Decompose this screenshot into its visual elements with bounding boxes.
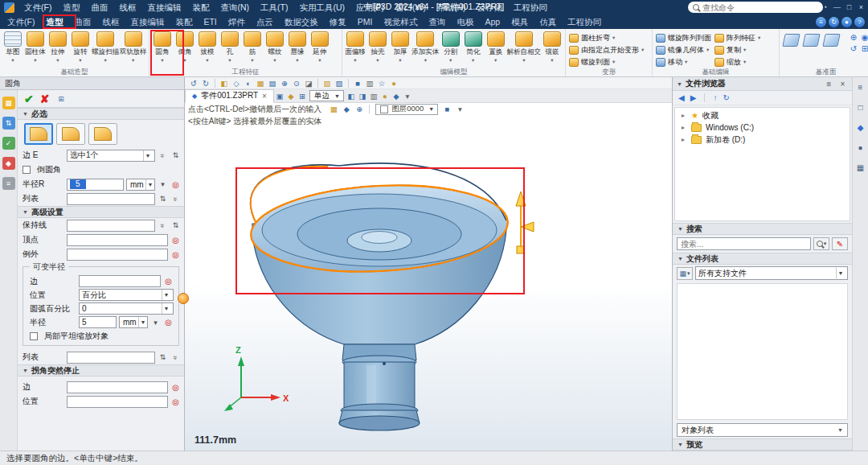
pick-target-icon[interactable]: ◎ (163, 317, 174, 327)
tab-pmi[interactable]: PMI (352, 14, 379, 29)
sketch-button[interactable]: 草图▾ (2, 31, 24, 63)
render-mode-icon[interactable]: ◐ (243, 78, 254, 88)
search-go-button[interactable]: ▾ (813, 237, 829, 250)
pick-target-icon[interactable]: ◎ (170, 382, 181, 393)
user-icon[interactable]: ◔ (820, 2, 830, 13)
radius-input[interactable]: 5 (67, 179, 124, 191)
section-advanced[interactable]: ▼高级设置 (18, 206, 184, 218)
face-offset-button[interactable]: 面偏移▾ (344, 31, 366, 63)
move-button[interactable]: 移动▾ (654, 56, 713, 68)
input-point-icon[interactable]: ◆ (341, 104, 352, 114)
tab-weldment[interactable]: 焊件 (223, 14, 251, 29)
expand-list-icon[interactable]: » (170, 352, 181, 363)
resolve-self-intersect-button[interactable]: 解析自相交▾ (507, 31, 541, 63)
pan-hand-icon[interactable]: ⊕ (848, 32, 859, 43)
sync-icon[interactable]: ↻ (829, 17, 839, 27)
refresh-icon[interactable]: ↻ (723, 93, 729, 102)
section-view-icon[interactable]: ◪ (303, 78, 314, 88)
tab-assembly[interactable]: 装配 (170, 14, 198, 29)
sort-arrows-icon[interactable]: ⇅ (158, 352, 168, 363)
app-logo-icon[interactable] (4, 2, 14, 13)
divide-button[interactable]: 分割▾ (440, 31, 462, 63)
select-lasso-icon[interactable]: ▥ (368, 91, 379, 101)
hole-button[interactable]: 孔▾ (219, 31, 241, 63)
shell-button[interactable]: 抽壳▾ (366, 31, 389, 63)
display-axes-icon[interactable]: ▨ (334, 78, 345, 88)
background-icon[interactable]: ■ (352, 78, 363, 88)
tab-visualize[interactable]: 视觉样式 (378, 14, 423, 29)
spiral-to-face-button[interactable]: 螺旋到面▾ (567, 56, 645, 68)
fillet-button[interactable]: 圆角▾ (151, 31, 174, 63)
copy-button[interactable]: 复制▾ (713, 44, 762, 56)
pick-target-icon[interactable]: ◎ (170, 179, 181, 190)
role-manager-icon[interactable]: ◆ (2, 157, 15, 170)
dock-part-icon[interactable]: ◆ (855, 121, 866, 133)
filter-face-icon[interactable]: ⊞ (297, 91, 308, 101)
vertex-field[interactable] (67, 234, 168, 246)
thicken-button[interactable]: 加厚▾ (389, 31, 411, 63)
fillet-type-face-button[interactable] (88, 123, 117, 145)
expand-chevrons-icon[interactable]: » (158, 150, 168, 161)
view-cube-icon[interactable]: ▦ (255, 78, 266, 88)
fillet-checkbox[interactable] (23, 166, 31, 174)
input-offset-icon[interactable]: ⊕ (354, 104, 365, 114)
simplify-button[interactable]: 简化▾ (462, 31, 485, 63)
section-corner-stop[interactable]: ▼拐角突然停止 (18, 364, 184, 377)
tab-pointcloud[interactable]: 点云 (251, 14, 279, 29)
pattern-feature-button[interactable]: 阵列特征▾ (713, 32, 762, 43)
inlay-button[interactable]: 镶嵌▾ (541, 31, 563, 63)
thread-button[interactable]: 螺纹▾ (264, 31, 286, 63)
wireframe-mode-icon[interactable]: ◇ (231, 78, 242, 88)
swap-arrows-icon[interactable]: ⇅ (170, 220, 181, 231)
layer-options-icon[interactable]: ▾ (454, 104, 465, 114)
filter-shape-icon[interactable]: ◆ (285, 91, 297, 101)
panel-menu-icon[interactable]: ≡ (824, 79, 834, 89)
help-icon[interactable]: ? (854, 17, 865, 27)
loft-button[interactable]: 双轨放样▾ (120, 31, 148, 63)
command-search-input[interactable] (702, 3, 818, 12)
keepline-field[interactable] (67, 220, 155, 232)
menu-file[interactable]: 文件(F) (18, 0, 57, 14)
cloud-drive-icon[interactable]: ≡ (816, 17, 826, 27)
cancel-button[interactable]: ✘ (40, 93, 50, 105)
account-icon[interactable]: ● (841, 17, 852, 27)
file-browser-header[interactable]: ▼ 文件浏览器 ≡ × (673, 77, 852, 91)
tab-heal[interactable]: 修复 (324, 14, 352, 29)
scale-button[interactable]: 缩放▾ (713, 56, 762, 68)
select-box-icon[interactable]: ◨ (357, 91, 368, 101)
revolve-button[interactable]: 旋转▾ (69, 31, 92, 63)
section-preview[interactable]: ▼预览 (673, 438, 852, 451)
history-manager-icon[interactable]: ▦ (2, 97, 15, 109)
input-cube-icon[interactable]: ▦ (328, 104, 339, 114)
document-tab[interactable]: ◆ 零件001.Z3PRT × (185, 89, 274, 103)
tab-data-exchange[interactable]: 数据交换 (279, 14, 324, 29)
pattern-to-face-button[interactable]: 螺旋阵列到面 (654, 32, 713, 43)
options-grid-icon[interactable]: ⊞ (55, 93, 66, 104)
deform-by-point-button[interactable]: 由指定点开始变形▾ (567, 44, 645, 56)
back-icon[interactable]: ◀ (678, 93, 685, 102)
datum-axis-icon[interactable] (822, 34, 840, 47)
section-required[interactable]: ▼必选 (18, 108, 184, 120)
expand-list-icon[interactable]: » (170, 194, 181, 204)
fillet-type-edge-button[interactable] (24, 123, 53, 145)
spiral-sweep-button[interactable]: 螺旋扫描▾ (92, 31, 120, 63)
close-tab-icon[interactable]: × (262, 92, 267, 101)
pick-target-icon[interactable]: ◎ (163, 276, 174, 286)
swap-arrows-icon[interactable]: ⇅ (170, 150, 181, 161)
dock-pin-icon[interactable]: □ (855, 101, 866, 113)
tab-simulation[interactable]: 仿真 (534, 14, 562, 29)
file-type-filter-combo[interactable]: 所有支持文件▼ (695, 266, 848, 280)
filter-all-icon[interactable]: ▣ (274, 91, 285, 101)
tab-shape[interactable]: 造型 (40, 14, 68, 29)
vr-edge-field[interactable] (79, 275, 161, 287)
layer-manager-icon[interactable]: ■ (441, 104, 452, 114)
tab-collab[interactable]: 工程协同 (562, 14, 607, 29)
view-manager-icon[interactable]: ⇅ (2, 117, 15, 130)
search-edit-button[interactable]: ✎ (832, 237, 848, 250)
more-options-icon[interactable]: ▾ (402, 91, 413, 101)
draft-button[interactable]: 拔模▾ (196, 31, 219, 63)
cylinder-button[interactable]: 圆柱体▾ (24, 31, 47, 63)
maximize-button[interactable]: □ (844, 2, 854, 13)
add-solid-button[interactable]: 添加实体▾ (411, 31, 440, 63)
cs-position-field[interactable] (67, 396, 168, 408)
